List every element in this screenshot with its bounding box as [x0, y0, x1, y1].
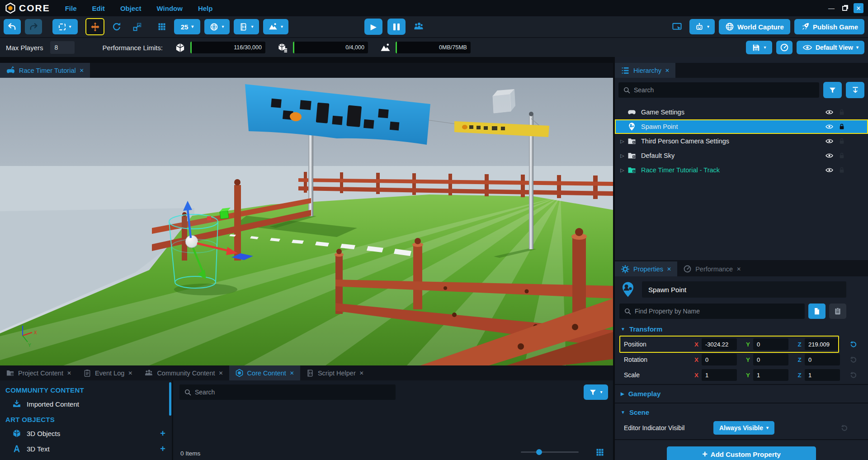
- close-tab-icon[interactable]: ✕: [665, 67, 670, 74]
- close-tab-icon[interactable]: ✕: [67, 370, 71, 376]
- tab-core-content[interactable]: Core Content ✕: [229, 365, 300, 380]
- menu-help[interactable]: Help: [190, 1, 221, 16]
- reset-rotation-button[interactable]: [848, 355, 858, 365]
- grid-view-button[interactable]: [592, 446, 608, 459]
- publish-game-button[interactable]: Publish Game: [794, 19, 864, 34]
- lock-icon[interactable]: [838, 123, 845, 130]
- save-dropdown-button[interactable]: ▾: [746, 41, 772, 54]
- editor-indicator-dropdown[interactable]: Always Visible ▾: [713, 421, 774, 435]
- scale-tool-button[interactable]: [129, 19, 145, 34]
- close-tab-icon[interactable]: ✕: [736, 266, 741, 272]
- grid-snap-button[interactable]: [154, 19, 170, 34]
- rotation-z-input[interactable]: [805, 354, 840, 365]
- lock-icon[interactable]: [838, 109, 845, 116]
- position-y-input[interactable]: [753, 338, 788, 350]
- minimize-button[interactable]: —: [827, 5, 836, 12]
- sidebar-item-3d-objects[interactable]: 3D Objects +: [0, 426, 172, 441]
- expander-icon[interactable]: ▷: [618, 153, 627, 159]
- default-view-dropdown[interactable]: Default View▾: [797, 41, 864, 54]
- hierarchy-search-input[interactable]: [618, 82, 819, 98]
- section-scene[interactable]: ▼ Scene: [615, 406, 868, 419]
- thumbnail-size-slider[interactable]: [521, 451, 579, 453]
- position-x-input[interactable]: [702, 338, 737, 350]
- move-tool-button[interactable]: [85, 18, 104, 35]
- undo-button[interactable]: [4, 19, 21, 34]
- sidebar-scrollbar[interactable]: [169, 382, 171, 416]
- snap-size-dropdown[interactable]: 25▾: [174, 19, 200, 34]
- rotation-y-input[interactable]: [753, 354, 788, 365]
- tab-community-content[interactable]: Community Content ✕: [138, 365, 229, 380]
- menu-object[interactable]: Object: [113, 1, 149, 16]
- sidebar-item-3d-text[interactable]: 3D Text +: [0, 441, 172, 456]
- menu-edit[interactable]: Edit: [85, 1, 113, 16]
- close-tab-icon[interactable]: ✕: [80, 67, 84, 74]
- section-transform[interactable]: ▼ Transform: [615, 322, 868, 336]
- content-filter-button[interactable]: ▾: [584, 384, 608, 400]
- visibility-eye-icon[interactable]: [824, 152, 835, 160]
- hierarchy-filter-button[interactable]: [823, 82, 842, 98]
- add-3d-objects-button[interactable]: +: [160, 429, 165, 438]
- scale-z-input[interactable]: [805, 369, 840, 381]
- terrain-dropdown[interactable]: ▾: [263, 19, 288, 34]
- hierarchy-row-game-settings[interactable]: Game Settings: [615, 105, 868, 119]
- close-tab-icon[interactable]: ✕: [359, 370, 364, 376]
- redo-button[interactable]: [25, 19, 42, 34]
- script-dropdown[interactable]: ▾: [234, 19, 259, 34]
- copy-properties-button[interactable]: [808, 304, 826, 319]
- visibility-eye-icon[interactable]: [824, 123, 835, 131]
- reset-position-button[interactable]: [848, 339, 858, 349]
- content-search-input[interactable]: [179, 384, 396, 400]
- scale-y-input[interactable]: [753, 369, 788, 381]
- reset-editor-indicator-button[interactable]: [839, 423, 849, 433]
- scale-x-input[interactable]: [702, 369, 737, 381]
- tab-event-log[interactable]: Event Log ✕: [77, 365, 138, 380]
- close-tab-icon[interactable]: ✕: [219, 370, 223, 376]
- expander-icon[interactable]: ▷: [618, 167, 627, 173]
- tab-script-helper[interactable]: Script Helper ✕: [300, 365, 370, 380]
- add-custom-property-button[interactable]: + Add Custom Property: [667, 446, 816, 460]
- rotation-x-input[interactable]: [702, 354, 737, 365]
- play-button[interactable]: ▶: [364, 19, 382, 35]
- tab-properties[interactable]: Properties ✕: [615, 261, 677, 276]
- lock-icon[interactable]: [838, 152, 845, 159]
- screen-capture-button[interactable]: [669, 19, 685, 34]
- sidebar-item-imported-content[interactable]: Imported Content: [0, 396, 172, 412]
- performance-mode-button[interactable]: [776, 41, 793, 54]
- lock-icon[interactable]: [838, 166, 845, 174]
- ai-assistant-dropdown[interactable]: ▾: [689, 19, 715, 34]
- collapse-all-button[interactable]: [846, 82, 864, 98]
- restore-button[interactable]: [842, 6, 847, 11]
- hierarchy-row-default-sky[interactable]: ▷ Default Sky: [615, 148, 868, 163]
- tab-race-timer-tutorial[interactable]: Race Timer Tutorial ✕: [0, 63, 90, 78]
- multiplayer-preview-button[interactable]: [410, 19, 427, 34]
- tab-project-content[interactable]: Project Content ✕: [0, 365, 77, 380]
- lock-icon[interactable]: [838, 138, 845, 145]
- find-property-input[interactable]: [619, 304, 805, 319]
- hierarchy-row-spawn-point[interactable]: Spawn Point: [615, 119, 868, 134]
- section-gameplay[interactable]: ▶ Gameplay: [615, 387, 868, 400]
- add-3d-text-button[interactable]: +: [160, 444, 165, 453]
- rotate-tool-button[interactable]: [108, 19, 125, 34]
- select-tool-button[interactable]: ▾: [52, 19, 78, 34]
- world-capture-button[interactable]: World Capture: [719, 19, 790, 34]
- world-space-dropdown[interactable]: ▾: [204, 19, 230, 34]
- position-z-input[interactable]: [805, 338, 840, 350]
- close-button[interactable]: ✕: [854, 3, 863, 13]
- paste-properties-button[interactable]: [829, 304, 846, 319]
- viewport-3d-scene[interactable]: X Y: [0, 78, 613, 365]
- menu-file[interactable]: File: [57, 1, 85, 16]
- hierarchy-row-race-timer-track[interactable]: ▷ Race Timer Tutorial - Track: [615, 163, 868, 177]
- visibility-eye-icon[interactable]: [824, 137, 835, 145]
- visibility-eye-icon[interactable]: [824, 166, 835, 174]
- close-tab-icon[interactable]: ✕: [667, 266, 671, 272]
- menu-window[interactable]: Window: [149, 1, 190, 16]
- tab-hierarchy[interactable]: Hierarchy ✕: [615, 63, 675, 78]
- max-players-input[interactable]: [50, 41, 75, 54]
- hierarchy-row-third-person-camera[interactable]: ▷ Third Person Camera Settings: [615, 134, 868, 148]
- close-tab-icon[interactable]: ✕: [290, 370, 294, 376]
- pause-button[interactable]: [387, 19, 406, 35]
- slider-knob[interactable]: [536, 449, 542, 455]
- object-name-input[interactable]: [642, 281, 846, 298]
- tab-performance[interactable]: Performance ✕: [677, 261, 747, 276]
- reset-scale-button[interactable]: [848, 370, 858, 380]
